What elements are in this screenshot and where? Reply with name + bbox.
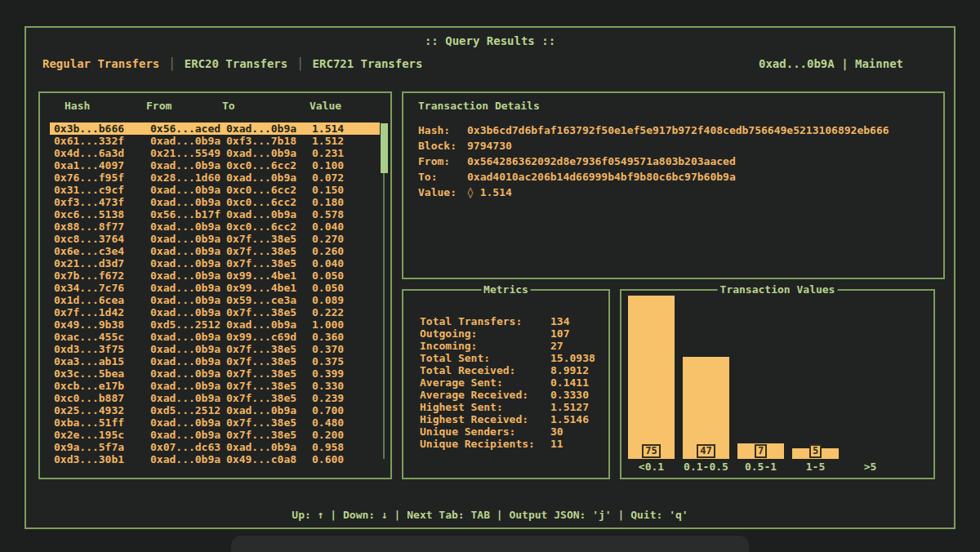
cell-to: 0x7f...38e5 <box>226 416 312 429</box>
cell-from: 0xad...0b9a <box>150 392 226 404</box>
table-row[interactable]: 0x3b...b666 0x56...aced 0xad...0b9a 1.51… <box>50 122 380 135</box>
detail-label: Block: <box>418 138 467 154</box>
cell-value: 0.360 <box>312 331 380 343</box>
histogram-bar-slot: 75 <0.1 <box>628 296 675 473</box>
tab-label[interactable]: Regular Transfers <box>42 57 159 70</box>
tab-label[interactable]: ERC721 Transfers <box>313 57 423 70</box>
keybindings-footer: Up: ↑ | Down: ↓ | Next Tab: TAB | Output… <box>26 509 954 521</box>
cell-from: 0xad...0b9a <box>150 220 226 233</box>
col-header-from: From <box>146 100 222 112</box>
table-row[interactable]: 0x31...c9cf 0xad...0b9a 0xc0...6cc2 0.15… <box>50 184 380 196</box>
cell-to: 0x7f...38e5 <box>226 245 312 257</box>
cell-value: 0.180 <box>312 196 380 208</box>
histogram-bar-slot: 47 0.1-0.5 <box>683 357 729 473</box>
cell-hash: 0x3b...b666 <box>54 122 150 135</box>
table-row[interactable]: 0x3c...5bea 0xad...0b9a 0x7f...38e5 0.39… <box>50 367 380 380</box>
cell-from: 0x07...dc63 <box>150 441 226 453</box>
cell-value: 0.480 <box>312 416 380 429</box>
cell-hash: 0x21...d3d7 <box>54 257 150 269</box>
cell-hash: 0x1d...6cea <box>54 294 150 306</box>
details-panel-title: Transaction Details <box>418 100 540 112</box>
table-row[interactable]: 0x4d...6a3d 0x21...5549 0xad...0b9a 0.23… <box>50 147 380 159</box>
table-row[interactable]: 0x2e...195c 0xad...0b9a 0x7f...38e5 0.20… <box>50 429 380 441</box>
cell-from: 0x56...aced <box>150 122 226 135</box>
table-row[interactable]: 0x61...332f 0xad...0b9a 0xf3...7b18 1.51… <box>50 135 380 147</box>
cell-hash: 0xa3...ab15 <box>54 355 150 367</box>
cell-to: 0x7f...38e5 <box>226 429 312 441</box>
detail-label: To: <box>418 169 467 185</box>
cell-from: 0xad...0b9a <box>150 159 226 171</box>
scrollbar-thumb[interactable] <box>381 123 388 173</box>
scrollbar-track[interactable] <box>383 123 385 459</box>
histogram-bar: 7 <box>737 443 784 459</box>
cell-to: 0xad...0b9a <box>226 318 312 331</box>
detail-row: From: 0x564286362092d8e7936f0549571a803b… <box>418 154 889 169</box>
cell-hash: 0x25...4932 <box>54 404 150 416</box>
cell-hash: 0xcb...e17b <box>54 380 150 392</box>
table-row[interactable]: 0xa1...4097 0xad...0b9a 0xc0...6cc2 0.10… <box>50 159 380 171</box>
table-row[interactable]: 0x25...4932 0xd5...2512 0xad...0b9a 0.70… <box>50 404 380 416</box>
cell-from: 0xad...0b9a <box>150 184 226 196</box>
table-row[interactable]: 0x6e...c3e4 0xad...0b9a 0x7f...38e5 0.26… <box>50 245 380 257</box>
cell-from: 0xd5...2512 <box>150 404 226 416</box>
cell-to: 0x99...c69d <box>226 331 312 343</box>
table-row[interactable]: 0xf3...473f 0xad...0b9a 0xc0...6cc2 0.18… <box>50 196 380 208</box>
cell-to: 0xad...0b9a <box>226 122 312 135</box>
cell-value: 0.375 <box>312 355 380 367</box>
table-row[interactable]: 0xcb...e17b 0xad...0b9a 0x7f...38e5 0.33… <box>50 380 380 392</box>
cell-to: 0x99...4be1 <box>226 282 312 294</box>
metric-value: 8.9912 <box>550 364 604 376</box>
tab-item[interactable]: │ ERC20 Transfers <box>159 57 287 70</box>
table-row[interactable]: 0xac...455c 0xad...0b9a 0x99...c69d 0.36… <box>50 331 380 343</box>
cell-value: 0.050 <box>312 269 380 282</box>
cell-from: 0xad...0b9a <box>150 355 226 367</box>
tab-separator: │ <box>287 57 312 70</box>
cell-to: 0x7f...38e5 <box>226 306 312 318</box>
cell-value: 0.100 <box>312 159 380 171</box>
metric-row: Unique Recipients: 11 <box>420 438 604 450</box>
col-header-to: To <box>222 100 310 112</box>
metric-label: Highest Received: <box>420 413 550 425</box>
cell-to: 0xad...0b9a <box>226 147 312 159</box>
cell-hash: 0xd3...3f75 <box>54 343 150 355</box>
cell-from: 0xad...0b9a <box>150 453 226 465</box>
cell-value: 0.239 <box>312 392 380 404</box>
table-row[interactable]: 0xc8...3764 0xad...0b9a 0x7f...38e5 0.27… <box>50 233 380 245</box>
metric-value: 107 <box>550 327 604 340</box>
table-row[interactable]: 0xba...51ff 0xad...0b9a 0x7f...38e5 0.48… <box>50 416 380 429</box>
table-row[interactable]: 0xd3...30b1 0xad...0b9a 0x49...c0a8 0.60… <box>50 453 380 465</box>
table-row[interactable]: 0x34...7c76 0xad...0b9a 0x99...4be1 0.05… <box>50 282 380 294</box>
bar-value-label: 7 <box>755 444 767 458</box>
tab-label[interactable]: ERC20 Transfers <box>185 57 287 70</box>
table-row[interactable]: 0x49...9b38 0xd5...2512 0xad...0b9a 1.00… <box>50 318 380 331</box>
bar-category-label: 0.1-0.5 <box>684 461 728 473</box>
tab-item[interactable]: │ Regular Transfers <box>42 57 159 70</box>
table-row[interactable]: 0xd3...3f75 0xad...0b9a 0x7f...38e5 0.37… <box>50 343 380 355</box>
cell-to: 0x59...ce3a <box>226 294 312 306</box>
cell-hash: 0xc8...3764 <box>54 233 150 245</box>
table-row[interactable]: 0x7f...1d42 0xad...0b9a 0x7f...38e5 0.22… <box>50 306 380 318</box>
metric-label: Total Received: <box>420 364 550 376</box>
cell-value: 0.040 <box>312 220 380 233</box>
tab-item[interactable]: │ ERC721 Transfers <box>287 57 422 70</box>
table-row[interactable]: 0x76...f95f 0x28...1d60 0xad...0b9a 0.07… <box>50 171 380 184</box>
table-row[interactable]: 0x9a...5f7a 0x07...dc63 0xad...0b9a 0.95… <box>50 441 380 453</box>
cell-from: 0xad...0b9a <box>150 257 226 269</box>
cell-from: 0xad...0b9a <box>150 269 226 282</box>
cell-hash: 0x2e...195c <box>54 429 150 441</box>
cell-to: 0x7f...38e5 <box>226 392 312 404</box>
table-row[interactable]: 0xc0...b887 0xad...0b9a 0x7f...38e5 0.23… <box>50 392 380 404</box>
table-row[interactable]: 0xa3...ab15 0xad...0b9a 0x7f...38e5 0.37… <box>50 355 380 367</box>
table-row[interactable]: 0xc6...5138 0x56...b17f 0xad...0b9a 0.57… <box>50 208 380 220</box>
cell-hash: 0x3c...5bea <box>54 367 150 380</box>
metrics-list: Total Transfers: 134 Outgoing: 107 Incom… <box>420 315 604 450</box>
table-row[interactable]: 0x1d...6cea 0xad...0b9a 0x59...ce3a 0.08… <box>50 294 380 306</box>
details-fields: Hash: 0x3b6cd7d6bfaf163792f50e1ef5e917b9… <box>418 122 889 200</box>
table-row[interactable]: 0x21...d3d7 0xad...0b9a 0x7f...38e5 0.04… <box>50 257 380 269</box>
chart-panel-title: Transaction Values <box>718 283 838 296</box>
detail-label: Value: <box>418 185 467 200</box>
account-network-badge: 0xad...0b9A | Mainnet <box>759 57 903 70</box>
table-row[interactable]: 0x7b...f672 0xad...0b9a 0x99...4be1 0.05… <box>50 269 380 282</box>
table-row[interactable]: 0x88...8f77 0xad...0b9a 0xc0...6cc2 0.04… <box>50 220 380 233</box>
cell-value: 0.040 <box>312 257 380 269</box>
